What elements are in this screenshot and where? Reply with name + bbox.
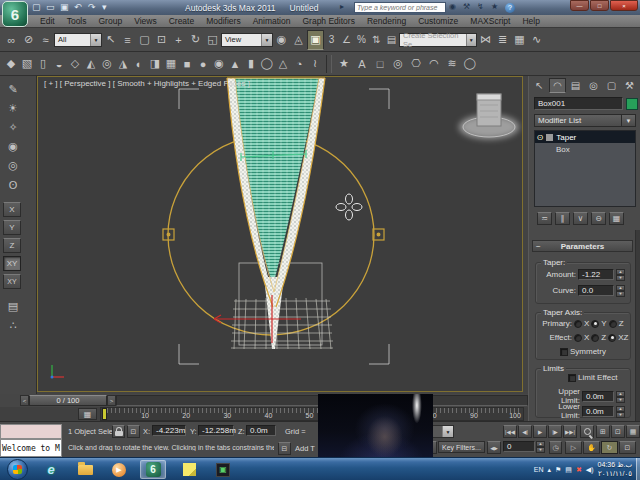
time-configuration-button[interactable]: ◷ bbox=[549, 441, 562, 454]
cylinder-icon[interactable]: ▮ bbox=[243, 54, 259, 74]
ellipse-shape-icon[interactable]: ◯ bbox=[461, 54, 479, 74]
modifier-list-dropdown[interactable]: Modifier List bbox=[534, 114, 622, 127]
menu-item[interactable]: Customize bbox=[412, 16, 464, 26]
primary-z-radio[interactable] bbox=[609, 320, 617, 328]
tab-motion[interactable]: ◎ bbox=[585, 78, 602, 93]
volume-icon[interactable]: ◀) bbox=[586, 466, 594, 474]
action-center-flag-icon[interactable]: ⚑ bbox=[555, 466, 561, 474]
current-frame-marker[interactable] bbox=[102, 408, 107, 420]
next-frame-arrow[interactable]: > bbox=[107, 395, 116, 406]
pin-stack-button[interactable]: ≂ bbox=[537, 212, 552, 225]
primary-y-radio[interactable] bbox=[591, 320, 599, 328]
go-to-end-button[interactable]: ▶▶| bbox=[563, 425, 577, 438]
curve-editor-icon[interactable]: ∿ bbox=[528, 30, 545, 50]
binoculars-search-icon[interactable]: ◉ bbox=[449, 2, 460, 13]
configure-modifier-sets-button[interactable]: ▦ bbox=[609, 212, 624, 225]
taskbar-media-player[interactable]: ▶ bbox=[106, 460, 132, 479]
limit-effect-checkbox[interactable] bbox=[568, 374, 576, 382]
modifier-list-arrow-icon[interactable]: ▼ bbox=[622, 114, 636, 127]
symmetry-checkbox[interactable] bbox=[560, 348, 568, 356]
viewport-label[interactable]: [ + ] [ Perspective ] [ Smooth + Highlig… bbox=[44, 79, 250, 88]
target-camera-icon[interactable]: ◉ bbox=[3, 137, 23, 156]
tab-hierarchy[interactable]: ▤ bbox=[567, 78, 584, 93]
effect-x-radio[interactable] bbox=[574, 334, 582, 342]
percent-snap-icon[interactable]: % bbox=[354, 30, 369, 50]
minimize-button[interactable]: — bbox=[570, 0, 589, 11]
menu-item[interactable]: Graph Editors bbox=[296, 16, 360, 26]
plane-icon[interactable]: ▦ bbox=[163, 54, 179, 74]
box-icon[interactable]: ■ bbox=[179, 54, 195, 74]
select-and-rotate-icon[interactable]: ↻ bbox=[187, 30, 204, 50]
teapot-icon[interactable]: ◔ bbox=[291, 54, 307, 74]
ngon-shape-icon[interactable]: ⎔ bbox=[407, 54, 425, 74]
free-camera-icon[interactable]: ◎ bbox=[3, 156, 23, 175]
star-shape-icon[interactable]: ★ bbox=[335, 54, 353, 74]
reference-coordinate-dropdown[interactable]: View▼ bbox=[221, 33, 273, 47]
select-and-scale-icon[interactable]: ◱ bbox=[204, 30, 221, 50]
menu-item[interactable]: Edit bbox=[34, 16, 61, 26]
menu-item[interactable]: Rendering bbox=[361, 16, 412, 26]
text-shape-icon[interactable]: A bbox=[353, 54, 371, 74]
menu-item[interactable]: Help bbox=[516, 16, 545, 26]
lower-limit-field[interactable]: 0.0m bbox=[582, 406, 614, 417]
taskbar-explorer[interactable] bbox=[72, 460, 98, 479]
maximize-button[interactable]: □ bbox=[590, 0, 609, 11]
mini-curve-editor-button[interactable]: ▦ bbox=[78, 408, 97, 420]
spotlight-icon[interactable]: ✧ bbox=[3, 118, 23, 137]
upper-limit-spinner[interactable]: ▲▼ bbox=[616, 391, 625, 402]
search-expand-icon[interactable]: ▸ bbox=[340, 2, 351, 13]
tab-display[interactable]: ▢ bbox=[603, 78, 620, 93]
clock[interactable]: 04:36 ب.ظ ٢٠١١/١١/٠٥ bbox=[598, 461, 632, 477]
effect-xz-radio[interactable] bbox=[608, 334, 616, 342]
add-time-tag[interactable]: Add T bbox=[295, 444, 315, 453]
select-and-link-icon[interactable]: ∞ bbox=[3, 30, 20, 50]
chamfer-cylinder-icon[interactable]: ◨ bbox=[147, 54, 163, 74]
helix-shape-icon[interactable]: ≋ bbox=[443, 54, 461, 74]
key-filters-button[interactable]: Key Filters... bbox=[438, 441, 485, 453]
next-frame-button[interactable]: |▶ bbox=[548, 425, 562, 438]
perspective-viewport[interactable]: [ + ] [ Perspective ] [ Smooth + Highlig… bbox=[37, 76, 523, 392]
panel-scrollbar[interactable] bbox=[635, 230, 640, 421]
oil-tank-icon[interactable]: ▯ bbox=[35, 54, 51, 74]
prism-icon[interactable]: ◮ bbox=[115, 54, 131, 74]
tab-modify[interactable]: ◠ bbox=[549, 78, 566, 93]
particle-array-icon[interactable]: ∴ bbox=[3, 316, 23, 335]
fov-button[interactable]: ▷ bbox=[565, 441, 582, 454]
zoom-extents-all-button[interactable]: ▦ bbox=[626, 425, 640, 438]
y-transform-field[interactable]: -12.258m bbox=[198, 425, 234, 436]
mirror-icon[interactable]: ⋈ bbox=[477, 30, 494, 50]
torus-knot-icon[interactable]: ◐ bbox=[131, 54, 147, 74]
tube-icon[interactable]: ◯ bbox=[259, 54, 275, 74]
pan-hand-button[interactable]: ✋ bbox=[583, 441, 600, 454]
axis-constraint-y[interactable]: Y bbox=[3, 220, 21, 235]
axis-constraint-x[interactable]: X bbox=[3, 202, 21, 217]
make-unique-button[interactable]: ∨ bbox=[573, 212, 588, 225]
new-file-icon[interactable]: ▢ bbox=[32, 2, 44, 14]
sphere-icon[interactable]: ● bbox=[195, 54, 211, 74]
z-transform-field[interactable]: 0.0m bbox=[246, 425, 276, 436]
zoom-extents-button[interactable]: ⊞ bbox=[596, 425, 610, 438]
modifier-stack[interactable]: ʘ Taper Box bbox=[534, 130, 636, 207]
primary-x-radio[interactable] bbox=[574, 320, 582, 328]
geosphere-icon[interactable]: ◉ bbox=[211, 54, 227, 74]
keyboard-override-toggle[interactable]: ▣ bbox=[307, 30, 324, 50]
stack-item-taper[interactable]: ʘ Taper bbox=[535, 131, 635, 143]
taskbar-webcam-app[interactable]: ▣ bbox=[210, 460, 236, 479]
donut-shape-icon[interactable]: ◎ bbox=[389, 54, 407, 74]
show-desktop-button[interactable] bbox=[636, 458, 640, 480]
save-file-icon[interactable]: ▣ bbox=[60, 2, 72, 14]
show-end-result-button[interactable]: ∥ bbox=[555, 212, 570, 225]
stack-item-box[interactable]: Box bbox=[535, 143, 635, 155]
infocenter-search-input[interactable] bbox=[354, 2, 446, 13]
taskbar-ie[interactable]: e bbox=[38, 460, 64, 479]
tab-create[interactable]: ↖ bbox=[531, 78, 548, 93]
previous-frame-button[interactable]: ◀| bbox=[518, 425, 532, 438]
frame-spinner[interactable]: ▲▼ bbox=[536, 441, 545, 452]
arc-shape-icon[interactable]: ◠ bbox=[425, 54, 443, 74]
help-icon[interactable]: ? bbox=[505, 3, 515, 13]
favorites-star-icon[interactable]: ★ bbox=[491, 2, 502, 13]
time-tag-icon[interactable]: ⊟ bbox=[278, 442, 291, 455]
hose-icon[interactable]: ≀ bbox=[307, 54, 323, 74]
maxscript-mini-listener-pink[interactable] bbox=[0, 424, 62, 439]
brush-icon[interactable]: ✎ bbox=[3, 80, 23, 99]
